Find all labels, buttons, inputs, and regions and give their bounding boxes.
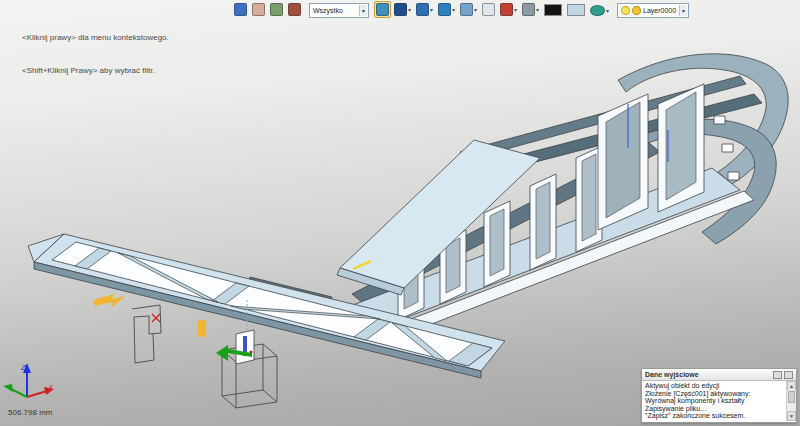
scroll-thumb[interactable] (788, 391, 795, 403)
axis-x-marker (152, 314, 160, 322)
camera-view-glyph (460, 3, 473, 16)
scrollbar[interactable]: ▲ ▼ (786, 381, 796, 421)
layer-select[interactable]: Layer0000 ▾ (617, 3, 689, 18)
chevron-down-icon: ▾ (430, 6, 433, 13)
layer-color-icon (632, 6, 641, 15)
chevron-down-icon: ▾ (679, 5, 687, 16)
toolbar: Wszystko ▾ ▾▾▾▾▾▾▾ Layer0000 ▾ (232, 2, 692, 18)
section-view-button[interactable]: ▾ (498, 1, 519, 18)
section-view-glyph (500, 3, 513, 16)
hint-text: <Kliknij prawy> dla menu kontekstowego. … (22, 10, 169, 98)
paint-tool-icon[interactable] (268, 1, 285, 18)
lightbulb-icon (621, 6, 630, 15)
select-tool-icon[interactable] (232, 1, 249, 18)
display-mode-glyph (394, 3, 407, 16)
paint-tool-icon-glyph (270, 3, 283, 16)
camera-view-button[interactable]: ▾ (458, 1, 479, 18)
chevron-down-icon: ▾ (359, 5, 367, 16)
orbit-view-glyph (590, 5, 605, 16)
measurement-readout: 506.798 mm (8, 408, 52, 417)
material-tool-icon[interactable] (286, 1, 303, 18)
material-tool-icon-glyph (288, 3, 301, 16)
toolbar-left-group (232, 1, 304, 20)
axis-x-label: x (48, 383, 53, 390)
eraser-tool-icon[interactable] (250, 1, 267, 18)
grid-display-button[interactable]: ▾ (520, 1, 541, 18)
axis-triad: Z x (3, 363, 54, 397)
chevron-down-icon: ▾ (514, 6, 517, 13)
output-log-line: Wyrównaj komponenty i kształty (645, 397, 784, 405)
eraser-tool-icon-glyph (252, 3, 265, 16)
orbit-view-button[interactable]: ▾ (588, 3, 611, 18)
scroll-down-icon[interactable]: ▼ (787, 411, 796, 421)
hint-line-2: <Shift+Kliknij Prawy> aby wybrać filtr. (22, 65, 169, 76)
output-panel-body: Aktywuj obiekt do edycjiZłożenie [Część0… (642, 381, 796, 421)
select-tool-icon-glyph (234, 3, 247, 16)
background-black-glyph (544, 4, 562, 16)
chevron-down-icon: ▾ (408, 6, 411, 13)
view-orientation-button[interactable]: ▾ (436, 1, 457, 18)
hint-line-1: <Kliknij prawy> dla menu kontekstowego. (22, 32, 169, 43)
zoom-window-button[interactable] (480, 1, 497, 18)
background-blue-glyph (567, 4, 585, 16)
chevron-down-icon: ▾ (606, 7, 609, 14)
background-black-swatch[interactable] (542, 2, 564, 18)
pin-panel-icon[interactable] (773, 371, 782, 379)
viewport: Z x <Kliknij prawy> dla menu kontekstowe… (0, 0, 800, 426)
scroll-up-icon[interactable]: ▲ (787, 381, 796, 390)
layer-value: Layer0000 (643, 7, 676, 14)
render-style-button[interactable]: ▾ (414, 1, 435, 18)
shaded-view-glyph (376, 3, 389, 16)
toolbar-view-group: ▾▾▾▾▾▾▾ (374, 1, 612, 20)
grid-display-glyph (522, 3, 535, 16)
output-panel-title: Dane wyjściowe (645, 371, 771, 378)
output-log-line: Złożenie [Część001] aktywowany: (645, 390, 784, 398)
selection-filter-select[interactable]: Wszystko ▾ (309, 3, 369, 18)
zoom-window-glyph (482, 3, 495, 16)
output-log-line: Aktywuj obiekt do edycji (645, 382, 784, 390)
output-panel: Dane wyjściowe Aktywuj obiekt do edycjiZ… (641, 368, 797, 423)
chevron-down-icon: ▾ (536, 6, 539, 13)
view-orientation-glyph (438, 3, 451, 16)
background-blue-swatch[interactable] (565, 2, 587, 18)
display-mode-button[interactable]: ▾ (392, 1, 413, 18)
shaded-view-button[interactable] (374, 1, 391, 18)
output-log-line: Zapisywanie pliku... (645, 405, 784, 413)
chevron-down-icon: ▾ (474, 6, 477, 13)
selection-filter-value: Wszystko (313, 7, 356, 14)
render-style-glyph (416, 3, 429, 16)
chevron-down-icon: ▾ (452, 6, 455, 13)
output-log: Aktywuj obiekt do edycjiZłożenie [Część0… (642, 381, 796, 420)
output-log-line: "Zapisz" zakończone sukcesem. (645, 412, 784, 420)
output-panel-titlebar[interactable]: Dane wyjściowe (642, 369, 796, 381)
close-panel-icon[interactable] (784, 371, 793, 379)
